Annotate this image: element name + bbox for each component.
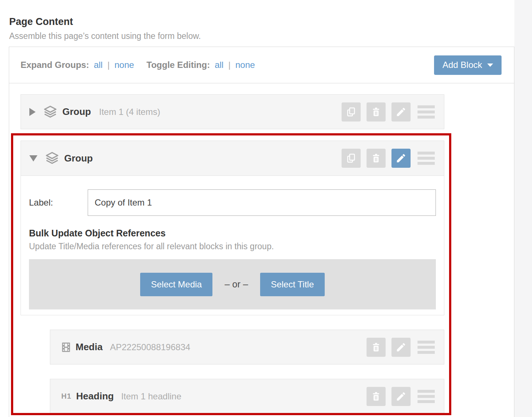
separator: | <box>108 60 110 70</box>
block-type-label: Group <box>62 106 91 117</box>
group-block-row-collapsed: Group Item 1 (4 items) <box>21 94 444 129</box>
duplicate-button[interactable] <box>342 102 361 122</box>
media-block-row: Media AP22250088196834 <box>50 330 444 365</box>
page-title: Page Content <box>9 16 532 28</box>
bulk-update-description: Update Title/Media references for all re… <box>29 242 436 251</box>
block-meta-label: Item 1 (4 items) <box>99 107 160 117</box>
bulk-update-panel: Select Media – or – Select Title <box>29 259 436 309</box>
delete-button[interactable] <box>367 149 386 168</box>
drag-handle-icon[interactable] <box>418 341 435 354</box>
block-actions <box>342 149 435 168</box>
drag-handle-icon[interactable] <box>418 105 435 119</box>
caret-down-icon[interactable] <box>29 155 37 162</box>
group-label-input[interactable] <box>88 189 436 216</box>
drag-handle-icon[interactable] <box>418 152 435 165</box>
toggle-editing-all-link[interactable]: all <box>215 60 223 70</box>
block-type-label: Group <box>64 153 93 164</box>
caret-down-icon <box>487 64 493 67</box>
select-media-button[interactable]: Select Media <box>140 273 212 296</box>
toolbar-controls: Expand Groups: all | none Toggle Editing… <box>21 60 255 70</box>
select-title-button[interactable]: Select Title <box>260 273 324 296</box>
blocks-list: Group Item 1 (4 items) <box>9 83 514 414</box>
or-separator-label: – or – <box>225 279 248 290</box>
film-icon <box>61 342 71 353</box>
separator: | <box>228 60 230 70</box>
delete-button[interactable] <box>367 387 386 406</box>
expand-groups-label: Expand Groups: <box>21 60 89 70</box>
block-meta-label: Item 1 headline <box>121 391 181 402</box>
edit-pencil-button-active[interactable] <box>391 149 411 168</box>
h1-icon: H1 <box>61 392 72 400</box>
expand-groups-all-link[interactable]: all <box>94 60 103 70</box>
page-content-panel: Expand Groups: all | none Toggle Editing… <box>9 47 514 417</box>
edit-pencil-button[interactable] <box>391 102 411 122</box>
block-actions <box>367 387 435 406</box>
layers-icon <box>43 105 57 119</box>
bulk-update-heading: Bulk Update Object References <box>29 228 436 239</box>
toggle-editing-none-link[interactable]: none <box>235 60 255 70</box>
heading-block-row: H1 Heading Item 1 headline <box>50 379 444 414</box>
add-block-button[interactable]: Add Block <box>434 55 502 75</box>
expand-groups-none-link[interactable]: none <box>114 60 134 70</box>
block-type-label: Heading <box>76 391 114 402</box>
group-block-header: Group <box>21 141 444 176</box>
group-block-expanded: Group <box>21 141 444 315</box>
edit-pencil-button[interactable] <box>391 338 411 357</box>
block-actions <box>367 338 435 357</box>
page-background-strip <box>514 0 532 417</box>
block-type-label: Media <box>76 341 103 353</box>
layers-icon <box>45 151 59 165</box>
page-subtitle: Assemble this page’s content using the f… <box>9 31 532 41</box>
delete-button[interactable] <box>367 102 386 122</box>
drag-handle-icon[interactable] <box>418 390 435 403</box>
page-header: Page Content Assemble this page’s conten… <box>0 0 532 41</box>
caret-right-icon[interactable] <box>29 108 36 116</box>
label-field-row: Label: <box>29 189 436 216</box>
blocks-toolbar: Expand Groups: all | none Toggle Editing… <box>9 47 514 83</box>
delete-button[interactable] <box>367 338 386 357</box>
duplicate-button[interactable] <box>342 149 361 168</box>
edit-pencil-button[interactable] <box>391 387 411 406</box>
group-edit-form: Label: Bulk Update Object References Upd… <box>21 176 444 315</box>
block-meta-label: AP22250088196834 <box>110 342 190 352</box>
add-block-label: Add Block <box>442 60 482 70</box>
block-actions <box>342 102 435 122</box>
label-field-label: Label: <box>29 197 88 208</box>
toggle-editing-label: Toggle Editing: <box>146 60 210 70</box>
